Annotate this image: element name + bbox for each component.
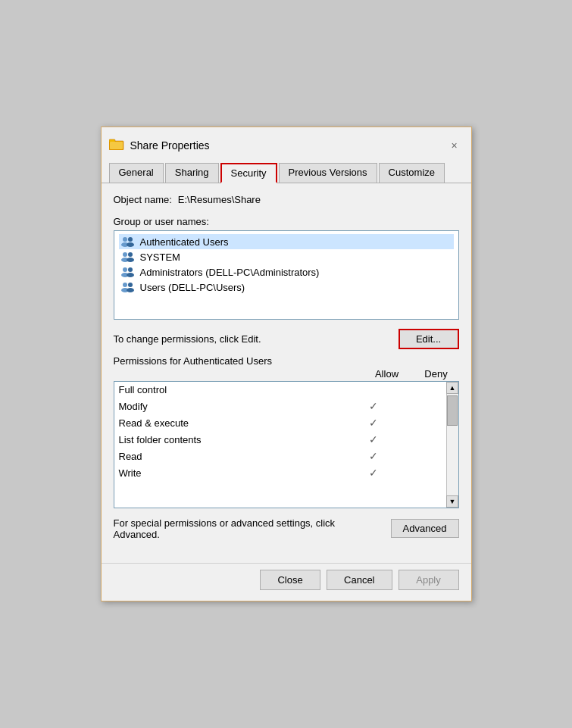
user-label-users: Users (DELL-PC\Users)	[140, 282, 245, 293]
svg-point-15	[123, 283, 127, 287]
scroll-up-arrow[interactable]: ▲	[446, 382, 458, 394]
svg-point-10	[127, 258, 134, 262]
tab-previous-versions[interactable]: Previous Versions	[279, 163, 377, 183]
svg-point-14	[127, 273, 134, 277]
svg-point-7	[123, 252, 127, 257]
svg-point-6	[127, 242, 134, 247]
perm-row-full-control: Full control	[114, 382, 446, 398]
perm-allow-col-header: Allow	[361, 368, 414, 380]
close-dialog-button[interactable]: Close	[260, 570, 320, 590]
users-icon-administrators	[120, 266, 136, 278]
user-item-users[interactable]: Users (DELL-PC\Users)	[119, 280, 454, 295]
user-item-authenticated[interactable]: Authenticated Users	[119, 234, 454, 249]
svg-rect-2	[110, 142, 123, 149]
perm-allow-write: ✓	[347, 467, 400, 479]
perm-row-read: Read ✓	[114, 448, 446, 464]
advanced-row: For special permissions or advanced sett…	[114, 517, 459, 540]
svg-point-11	[123, 267, 127, 272]
svg-point-18	[127, 288, 134, 292]
perm-allow-list-folder: ✓	[347, 433, 400, 445]
scroll-thumb[interactable]	[447, 395, 458, 426]
object-name-row: Object name: E:\Resumes\Share	[114, 194, 459, 205]
user-label-authenticated: Authenticated Users	[140, 236, 229, 248]
perm-allow-read: ✓	[347, 450, 400, 462]
content-area: Object name: E:\Resumes\Share Group or u…	[102, 183, 471, 563]
tab-security[interactable]: Security	[220, 163, 277, 183]
perm-allow-read-execute: ✓	[347, 417, 400, 429]
perm-name-read-execute: Read & execute	[119, 417, 347, 429]
folder-icon	[109, 138, 124, 153]
permissions-header: Permissions for Authenticated Users	[114, 355, 459, 367]
perm-row-read-execute: Read & execute ✓	[114, 414, 446, 431]
perm-name-full-control: Full control	[119, 384, 347, 395]
dialog-title: Share Properties	[130, 139, 445, 152]
apply-button[interactable]: Apply	[399, 570, 459, 590]
perm-name-modify: Modify	[119, 401, 347, 412]
svg-point-3	[123, 237, 127, 242]
group-users-label: Group or user names:	[114, 216, 459, 227]
tab-general[interactable]: General	[109, 163, 164, 183]
user-item-administrators[interactable]: Administrators (DELL-PC\Administrators)	[119, 264, 454, 280]
tabs-row: General Sharing Security Previous Versio…	[102, 158, 471, 183]
users-icon-authenticated	[120, 236, 136, 248]
perm-list-rows: Full control Modify ✓ Read & execute ✓ L…	[114, 382, 446, 508]
title-bar: Share Properties ×	[102, 127, 471, 158]
scroll-down-arrow[interactable]: ▼	[446, 495, 458, 508]
perm-name-list-folder: List folder contents	[119, 434, 347, 445]
bottom-buttons: Close Cancel Apply	[102, 563, 471, 601]
user-label-administrators: Administrators (DELL-PC\Administrators)	[140, 267, 320, 278]
share-properties-dialog: Share Properties × General Sharing Secur…	[101, 127, 472, 601]
perm-allow-modify: ✓	[347, 400, 400, 412]
perm-row-list-folder: List folder contents ✓	[114, 431, 446, 448]
users-icon-users	[120, 281, 136, 293]
perm-row-write: Write ✓	[114, 464, 446, 481]
user-label-system: SYSTEM	[140, 252, 180, 263]
tab-customize[interactable]: Customize	[379, 163, 445, 183]
perm-name-read: Read	[119, 451, 347, 462]
svg-point-17	[128, 283, 133, 287]
user-item-system[interactable]: SYSTEM	[119, 249, 454, 264]
svg-point-13	[128, 267, 133, 272]
permissions-list: Full control Modify ✓ Read & execute ✓ L…	[114, 381, 459, 508]
object-name-label: Object name:	[114, 194, 172, 205]
close-button[interactable]: ×	[445, 136, 464, 155]
cancel-button[interactable]: Cancel	[327, 570, 392, 590]
permissions-columns: Allow Deny	[114, 368, 459, 380]
users-list[interactable]: Authenticated Users SYSTEM	[114, 230, 459, 320]
edit-instruction: To change permissions, click Edit.	[114, 333, 399, 345]
perm-row-modify: Modify ✓	[114, 398, 446, 414]
tab-sharing[interactable]: Sharing	[165, 163, 219, 183]
advanced-button[interactable]: Advanced	[391, 519, 459, 538]
edit-row: To change permissions, click Edit. Edit.…	[114, 329, 459, 349]
svg-point-9	[128, 252, 133, 257]
permissions-scrollbar[interactable]: ▲ ▼	[446, 382, 458, 508]
users-icon-system	[120, 251, 136, 263]
perm-name-write: Write	[119, 467, 347, 479]
edit-button[interactable]: Edit...	[399, 329, 459, 349]
object-name-value: E:\Resumes\Share	[178, 194, 261, 205]
perm-deny-col-header: Deny	[414, 368, 459, 380]
advanced-text: For special permissions or advanced sett…	[114, 517, 382, 540]
svg-point-5	[128, 237, 133, 242]
